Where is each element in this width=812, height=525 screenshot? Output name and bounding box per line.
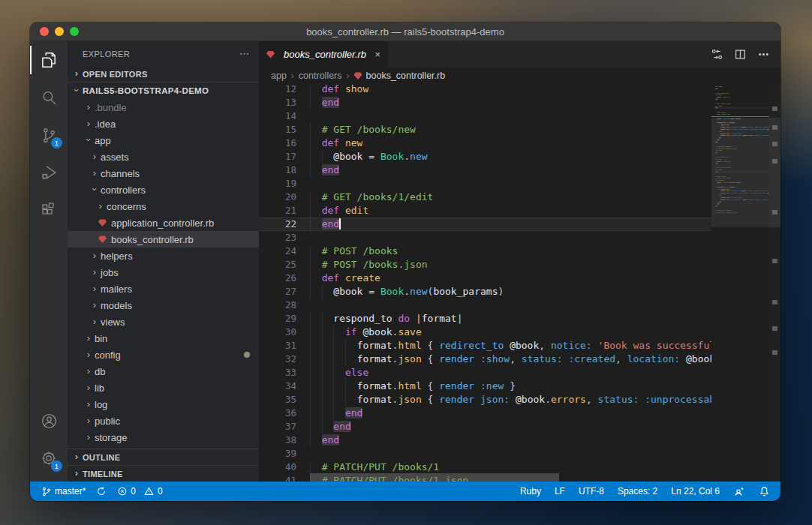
tree-item-log[interactable]: ›log [68, 396, 259, 412]
sidebar-item-extensions[interactable] [30, 191, 68, 229]
line-number: 17 [259, 150, 296, 164]
settings-button[interactable]: 1 [30, 440, 68, 477]
tree-item-label: application_controller.rb [111, 218, 214, 229]
minimize-window-button[interactable] [55, 27, 64, 36]
code-line-21[interactable]: 21 def edit [259, 204, 711, 218]
breadcrumb-app[interactable]: app [271, 70, 287, 81]
code-line-32[interactable]: 32 format.json { render :show, status: :… [259, 352, 711, 366]
code-line-28[interactable]: 28 [259, 298, 711, 312]
tree-item-books-controller-rb[interactable]: books_controller.rb [68, 231, 259, 248]
tree-item-label: app [95, 135, 111, 146]
code-editor[interactable]: 12 def show13 end1415 # GET /books/new16… [259, 84, 780, 482]
tree-item-public[interactable]: ›public [68, 412, 259, 429]
tree-item-label: config [95, 350, 121, 361]
open-editors-section[interactable]: › OPEN EDITORS [68, 66, 259, 82]
overview-ruler-mark [772, 300, 777, 304]
code-line-33[interactable]: 33 else [259, 366, 711, 380]
status-cursor-position[interactable]: Ln 22, Col 6 [671, 486, 720, 496]
code-line-36[interactable]: 36 end [259, 406, 711, 420]
notifications-button[interactable] [759, 486, 770, 497]
open-changes-icon[interactable] [711, 48, 723, 61]
account-button[interactable] [30, 402, 68, 440]
outline-section[interactable]: › OUTLINE [68, 448, 259, 465]
close-tab-icon[interactable]: × [374, 49, 380, 60]
code-line-23[interactable]: 23 [259, 231, 711, 244]
status-eol[interactable]: LF [555, 486, 565, 496]
code-line-27[interactable]: 27 @book = Book.new(book_params) [259, 285, 711, 298]
tree-item-db[interactable]: ›db [68, 363, 259, 380]
tree-item-models[interactable]: ›models [68, 297, 259, 314]
code-line-13[interactable]: 13 end [259, 96, 711, 110]
code-line-24[interactable]: 24 # POST /books [259, 244, 711, 258]
status-encoding[interactable]: UTF-8 [579, 486, 604, 496]
sidebar-item-explorer[interactable] [30, 41, 68, 79]
code-line-26[interactable]: 26 def create [259, 272, 711, 285]
code-line-30[interactable]: 30 if @book.save [259, 326, 711, 339]
breadcrumb-controllers[interactable]: controllers [299, 70, 342, 81]
code-line-18[interactable]: 18 end [259, 164, 711, 177]
code-line-25[interactable]: 25 # POST /books.json [259, 258, 711, 272]
code-line-29[interactable]: 29 respond_to do |format| [259, 312, 711, 326]
tree-item-jobs[interactable]: ›jobs [68, 264, 259, 280]
git-branch-indicator[interactable]: master* [41, 486, 86, 497]
sidebar-item-source-control[interactable]: 1 [30, 116, 68, 154]
zoom-window-button[interactable] [70, 27, 79, 36]
line-number: 26 [259, 272, 296, 285]
tree-item-concerns[interactable]: ›concerns [68, 198, 259, 214]
code-line-16[interactable]: 16 def new [259, 136, 711, 150]
code-line-20[interactable]: 20 # GET /books/1/edit [259, 190, 711, 204]
tree-item-rails5-bootstrap4-demo[interactable]: ›RAILS5-BOOTSTRAP4-DEMO [68, 82, 259, 99]
code-text: def show [296, 84, 368, 96]
tree-item-controllers[interactable]: ›controllers [68, 182, 259, 198]
feedback-button[interactable] [733, 486, 745, 497]
code-line-37[interactable]: 37 end [259, 420, 711, 434]
code-line-15[interactable]: 15 # GET /books/new [259, 123, 711, 136]
tab-books-controller[interactable]: books_controller.rb × [259, 41, 389, 68]
tree-item-bin[interactable]: ›bin [68, 330, 259, 346]
code-line-39[interactable]: 39 [259, 447, 711, 460]
minimap-slider[interactable] [711, 118, 780, 227]
tree-item-mailers[interactable]: ›mailers [68, 280, 259, 297]
line-number: 18 [259, 164, 296, 177]
split-editor-icon[interactable] [734, 48, 747, 61]
tree-item--idea[interactable]: ›.idea [68, 116, 259, 132]
code-text: end [714, 88, 718, 90]
titlebar[interactable]: books_controller.rb — rails5-bootstrap4-… [30, 22, 780, 41]
tree-item-helpers[interactable]: ›helpers [68, 248, 259, 264]
breadcrumb-file[interactable]: books_controller.rb [354, 70, 446, 81]
git-modified-dot [244, 352, 250, 358]
code-line-22[interactable]: 22 end [259, 218, 711, 231]
tree-item-application-controller-rb[interactable]: application_controller.rb [68, 214, 259, 231]
sidebar-item-search[interactable] [30, 79, 68, 116]
tree-item--bundle[interactable]: ›.bundle [68, 99, 259, 116]
code-line-19[interactable]: 19 [259, 177, 711, 190]
more-actions-icon[interactable] [757, 48, 770, 61]
code-line-31[interactable]: 31 format.html { redirect_to @book, noti… [259, 339, 711, 352]
horizontal-scrollbar[interactable] [310, 473, 711, 482]
code-line-14[interactable]: 14 [259, 110, 711, 123]
tree-item-storage[interactable]: ›storage [68, 429, 259, 446]
sidebar-item-run-debug[interactable] [30, 154, 68, 191]
tree-item-assets[interactable]: ›assets [68, 148, 259, 165]
code-line-17[interactable]: 17 @book = Book.new [259, 150, 711, 164]
explorer-more-actions-icon[interactable]: ⋯ [239, 48, 250, 59]
timeline-section[interactable]: › TIMELINE [68, 465, 259, 482]
code-line-38[interactable]: 38 end [259, 434, 711, 447]
code-line-34[interactable]: 34 format.html { render :new } [259, 380, 711, 393]
problems-indicator[interactable]: 0 0 [117, 486, 162, 496]
code-line-12[interactable]: 12 def show [259, 84, 711, 96]
code-text: @book = Book.new [296, 150, 428, 164]
code-text: end [296, 406, 362, 420]
status-language-mode[interactable]: Ruby [520, 486, 541, 496]
tree-item-config[interactable]: ›config [68, 346, 259, 363]
close-window-button[interactable] [40, 27, 49, 36]
tree-item-app[interactable]: ›app [68, 132, 259, 148]
tree-item-lib[interactable]: ›lib [68, 380, 259, 396]
tree-item-channels[interactable]: ›channels [68, 165, 259, 182]
status-indentation[interactable]: Spaces: 2 [618, 486, 657, 496]
code-line-40[interactable]: 40 # PATCH/PUT /books/1 [259, 460, 711, 474]
code-line-35[interactable]: 35 format.json { render json: @book.erro… [259, 393, 711, 406]
line-number: 15 [259, 123, 296, 136]
sync-button[interactable] [96, 486, 107, 496]
tree-item-views[interactable]: ›views [68, 314, 259, 330]
